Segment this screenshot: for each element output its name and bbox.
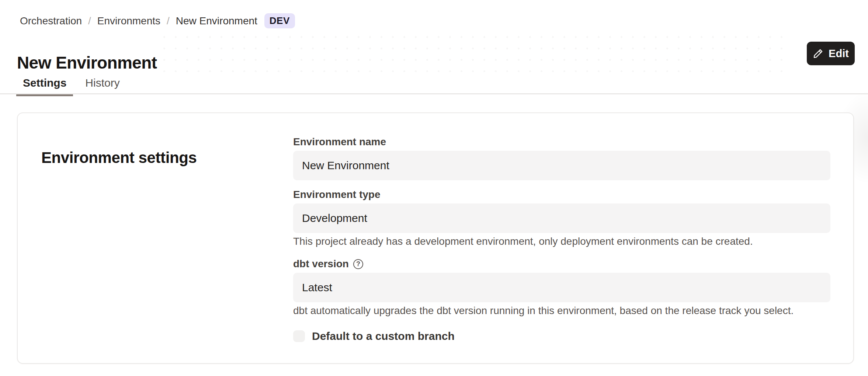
environment-settings-form: Environment name New Environment Environ…	[293, 136, 830, 342]
tab-history[interactable]: History	[79, 77, 126, 96]
dbt-version-input[interactable]: Latest	[293, 273, 830, 302]
environment-name-group: Environment name New Environment	[293, 136, 830, 180]
custom-branch-row: Default to a custom branch	[293, 330, 830, 342]
breadcrumb-item-new-environment[interactable]: New Environment	[176, 15, 257, 27]
environment-type-label: Environment type	[293, 189, 830, 200]
breadcrumb-item-orchestration[interactable]: Orchestration	[20, 15, 82, 27]
edit-button-label: Edit	[829, 48, 849, 60]
dbt-version-group: dbt version ? Latest dbt automatically u…	[293, 258, 830, 317]
dbt-version-label-text: dbt version	[293, 258, 349, 269]
dbt-version-label: dbt version ?	[293, 258, 830, 269]
page-title: New Environment	[17, 53, 157, 73]
environment-name-value: New Environment	[302, 159, 389, 172]
environment-settings-card: Environment settings Environment name Ne…	[17, 112, 854, 364]
tab-bar: Settings History	[16, 77, 126, 96]
header-dot-pattern	[159, 31, 785, 72]
breadcrumb-separator: /	[167, 15, 170, 27]
environment-type-label-text: Environment type	[293, 189, 380, 200]
environment-type-value: Development	[302, 212, 367, 224]
tabs-divider	[0, 93, 868, 94]
breadcrumb: Orchestration / Environments / New Envir…	[20, 13, 295, 28]
pencil-icon	[813, 48, 824, 59]
environment-type-input[interactable]: Development	[293, 203, 830, 233]
card-heading: Environment settings	[41, 149, 197, 167]
custom-branch-label: Default to a custom branch	[312, 330, 455, 342]
breadcrumb-item-environments[interactable]: Environments	[97, 15, 160, 27]
breadcrumb-separator: /	[88, 15, 91, 27]
tab-settings[interactable]: Settings	[16, 77, 73, 96]
environment-type-badge: DEV	[264, 13, 295, 28]
dbt-version-value: Latest	[302, 281, 332, 294]
dbt-version-helper-text: dbt automatically upgrades the dbt versi…	[293, 305, 830, 317]
environment-name-label-text: Environment name	[293, 136, 386, 147]
help-circle-icon[interactable]: ?	[353, 259, 363, 269]
custom-branch-checkbox[interactable]	[293, 330, 305, 342]
edit-button[interactable]: Edit	[807, 42, 855, 65]
environment-type-helper-text: This project already has a development e…	[293, 236, 830, 247]
environment-name-label: Environment name	[293, 136, 830, 147]
environment-type-group: Environment type Development This projec…	[293, 189, 830, 247]
environment-name-input[interactable]: New Environment	[293, 151, 830, 180]
